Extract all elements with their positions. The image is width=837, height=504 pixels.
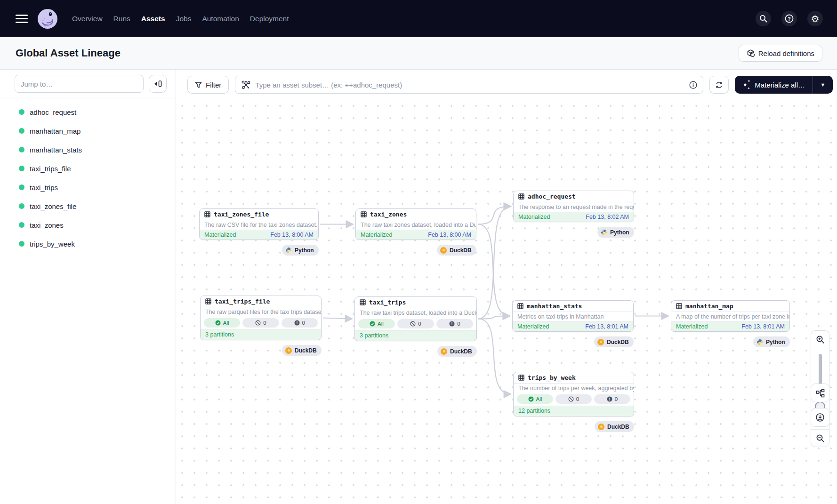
nav-link-jobs[interactable]: Jobs <box>176 15 192 23</box>
settings-gear-icon[interactable]: ⚙ <box>807 11 823 26</box>
materialized-dot-icon <box>19 166 24 171</box>
materialization-status: MaterializedFeb 13, 8:00 AM <box>356 230 476 240</box>
sidebar-asset-manhattan_stats[interactable]: manhattan_stats <box>0 140 176 159</box>
asset-node-manhattan_stats[interactable]: manhattan_statsMetrics on taxi trips in … <box>512 300 634 332</box>
sidebar-asset-trips_by_week[interactable]: trips_by_week <box>0 234 176 253</box>
compute-kind-badge-duckdb[interactable]: DuckDB <box>594 336 634 347</box>
status-timestamp[interactable]: Feb 13, 8:00 AM <box>270 232 314 238</box>
nav-link-assets[interactable]: Assets <box>141 15 165 23</box>
reload-definitions-button[interactable]: Reload definitions <box>739 45 822 62</box>
asset-node-adhoc_request[interactable]: adhoc_requestThe response to an request … <box>513 191 634 222</box>
table-icon <box>676 303 682 309</box>
asset-label: trips_by_week <box>30 240 75 248</box>
badge-label: Python <box>295 247 314 254</box>
table-icon <box>518 193 524 200</box>
sidebar-asset-taxi_trips[interactable]: taxi_trips <box>0 178 176 197</box>
slash-circle-icon <box>568 396 574 402</box>
refresh-button[interactable] <box>709 76 729 94</box>
materialize-options-caret[interactable]: ▼ <box>813 76 833 94</box>
asset-subset-input[interactable] <box>255 81 684 89</box>
download-image-button[interactable] <box>811 408 829 427</box>
asset-node-taxi_trips_file[interactable]: taxi_trips_fileThe raw parquet files for… <box>200 296 322 340</box>
compute-kind-badge-duckdb[interactable]: DuckDB <box>595 421 634 432</box>
check-circle-icon <box>215 320 221 326</box>
asset-description: Metrics on taxi trips in Manhattan <box>513 312 633 321</box>
partitions-all-pill[interactable]: All <box>204 318 240 328</box>
asset-description: The raw parquet files for the taxi trips… <box>201 307 321 317</box>
info-icon[interactable] <box>689 81 697 89</box>
compute-kind-badge-duckdb[interactable]: DuckDB <box>282 345 322 356</box>
menu-icon[interactable] <box>16 12 28 25</box>
asset-node-trips_by_week[interactable]: trips_by_weekThe number of trips per wee… <box>513 372 634 416</box>
asset-name: manhattan_stats <box>527 303 582 310</box>
rearrange-layout-button[interactable] <box>811 384 829 402</box>
asset-node-taxi_zones_file[interactable]: taxi_zones_fileThe raw CSV file for the … <box>199 208 319 240</box>
materialize-all-button[interactable]: ✦✦✦ Materialize all… <box>735 76 813 94</box>
sidebar-asset-taxi_zones_file[interactable]: taxi_zones_file <box>0 197 176 216</box>
nav-link-runs[interactable]: Runs <box>113 15 130 23</box>
table-icon <box>360 299 366 305</box>
asset-node-taxi_zones[interactable]: taxi_zonesThe raw taxi zones dataset, lo… <box>355 208 476 240</box>
search-icon[interactable] <box>756 11 771 26</box>
lineage-edges <box>176 70 837 504</box>
collapse-sidebar-button[interactable] <box>149 75 167 93</box>
asset-sidebar: adhoc_requestmanhattan_mapmanhattan_stat… <box>0 70 176 504</box>
asset-name: taxi_trips_file <box>215 298 270 305</box>
partitions-missing-pill[interactable]: 0 <box>555 394 592 404</box>
asset-subset-field[interactable] <box>235 76 703 94</box>
materialized-dot-icon <box>19 241 24 247</box>
compute-kind-badge-python[interactable]: Python <box>597 227 634 238</box>
badge-label: DuckDB <box>607 424 629 430</box>
badge-label: DuckDB <box>295 347 317 354</box>
asset-node-taxi_trips[interactable]: taxi_tripsThe raw taxi trips dataset, lo… <box>354 296 477 341</box>
status-timestamp[interactable]: Feb 13, 8:01 AM <box>741 323 785 330</box>
badge-label: DuckDB <box>450 247 472 254</box>
svg-text:!: ! <box>609 397 610 401</box>
top-nav: OverviewRunsAssetsJobsAutomationDeployme… <box>0 0 837 37</box>
lineage-canvas[interactable]: Filter <box>176 70 837 504</box>
help-icon[interactable]: ? <box>781 11 797 26</box>
asset-description: The number of trips per week, aggregated… <box>514 384 634 393</box>
asset-node-manhattan_map[interactable]: manhattan_mapA map of the number of trip… <box>671 300 790 332</box>
asset-description: The raw taxi zones dataset, loaded into … <box>356 220 476 230</box>
partitions-failed-pill[interactable]: !0 <box>282 318 318 328</box>
asset-name: manhattan_map <box>685 303 733 310</box>
filter-button[interactable]: Filter <box>187 76 229 94</box>
jump-to-input[interactable] <box>15 75 144 93</box>
sidebar-asset-manhattan_map[interactable]: manhattan_map <box>0 121 176 140</box>
sidebar-asset-taxi_zones[interactable]: taxi_zones <box>0 216 176 234</box>
partitions-all-pill[interactable]: All <box>517 394 553 404</box>
materialization-status: MaterializedFeb 13, 8:00 AM <box>200 230 318 240</box>
asset-name: adhoc_request <box>528 193 576 200</box>
asset-graph-icon <box>241 80 250 89</box>
zoom-in-button[interactable] <box>811 331 829 348</box>
badge-label: Python <box>766 339 785 345</box>
partitions-failed-pill[interactable]: !0 <box>594 394 630 404</box>
materialization-status: MaterializedFeb 13, 8:01 AM <box>513 321 633 331</box>
nav-link-deployment[interactable]: Deployment <box>250 15 289 23</box>
sidebar-asset-adhoc_request[interactable]: adhoc_request <box>0 103 176 121</box>
compute-kind-badge-duckdb[interactable]: DuckDB <box>437 245 476 256</box>
partitions-all-pill[interactable]: All <box>358 319 395 328</box>
sidebar-asset-taxi_trips_file[interactable]: taxi_trips_file <box>0 159 176 178</box>
nav-link-overview[interactable]: Overview <box>72 15 103 23</box>
materialize-all-split-button: ✦✦✦ Materialize all… ▼ <box>735 76 833 94</box>
nav-link-automation[interactable]: Automation <box>202 15 239 23</box>
dagster-logo-icon[interactable] <box>37 8 58 29</box>
compute-kind-badge-duckdb[interactable]: DuckDB <box>437 346 477 357</box>
partitions-failed-pill[interactable]: !0 <box>436 319 473 328</box>
compute-kind-badge-python[interactable]: Python <box>282 245 319 256</box>
status-timestamp[interactable]: Feb 13, 8:00 AM <box>428 232 471 238</box>
compute-kind-badge-python[interactable]: Python <box>753 336 790 347</box>
zoom-out-button[interactable] <box>811 429 829 447</box>
partitions-missing-pill[interactable]: 0 <box>397 319 434 328</box>
edge-taxi_zones-to-adhoc_request <box>478 207 511 224</box>
materialized-dot-icon <box>19 109 24 115</box>
partitions-missing-pill[interactable]: 0 <box>242 318 279 328</box>
refresh-icon <box>715 81 723 89</box>
status-label: Materialized <box>204 232 236 238</box>
materialized-dot-icon <box>19 222 24 228</box>
page-header: Global Asset Lineage Reload definitions <box>0 37 837 70</box>
status-timestamp[interactable]: Feb 13, 8:02 AM <box>586 214 629 220</box>
status-timestamp[interactable]: Feb 13, 8:01 AM <box>585 323 628 330</box>
